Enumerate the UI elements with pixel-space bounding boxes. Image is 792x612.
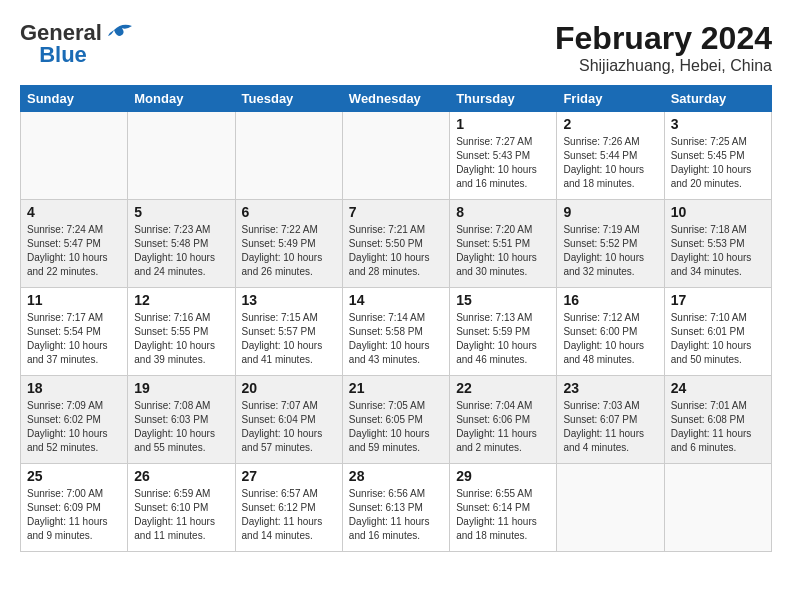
- day-number: 5: [134, 204, 228, 220]
- day-info: Sunrise: 7:20 AM Sunset: 5:51 PM Dayligh…: [456, 223, 550, 279]
- calendar-table: Sunday Monday Tuesday Wednesday Thursday…: [20, 85, 772, 552]
- day-info: Sunrise: 7:09 AM Sunset: 6:02 PM Dayligh…: [27, 399, 121, 455]
- table-row: 10Sunrise: 7:18 AM Sunset: 5:53 PM Dayli…: [664, 200, 771, 288]
- table-row: 23Sunrise: 7:03 AM Sunset: 6:07 PM Dayli…: [557, 376, 664, 464]
- table-row: 21Sunrise: 7:05 AM Sunset: 6:05 PM Dayli…: [342, 376, 449, 464]
- table-row: 29Sunrise: 6:55 AM Sunset: 6:14 PM Dayli…: [450, 464, 557, 552]
- day-number: 19: [134, 380, 228, 396]
- day-info: Sunrise: 7:00 AM Sunset: 6:09 PM Dayligh…: [27, 487, 121, 543]
- day-info: Sunrise: 7:22 AM Sunset: 5:49 PM Dayligh…: [242, 223, 336, 279]
- day-number: 7: [349, 204, 443, 220]
- table-row: 14Sunrise: 7:14 AM Sunset: 5:58 PM Dayli…: [342, 288, 449, 376]
- table-row: 25Sunrise: 7:00 AM Sunset: 6:09 PM Dayli…: [21, 464, 128, 552]
- logo: General G Blue: [20, 20, 134, 68]
- day-info: Sunrise: 7:10 AM Sunset: 6:01 PM Dayligh…: [671, 311, 765, 367]
- col-thursday: Thursday: [450, 86, 557, 112]
- table-row: 6Sunrise: 7:22 AM Sunset: 5:49 PM Daylig…: [235, 200, 342, 288]
- day-number: 25: [27, 468, 121, 484]
- day-number: 3: [671, 116, 765, 132]
- day-number: 9: [563, 204, 657, 220]
- day-number: 8: [456, 204, 550, 220]
- table-row: 24Sunrise: 7:01 AM Sunset: 6:08 PM Dayli…: [664, 376, 771, 464]
- day-number: 14: [349, 292, 443, 308]
- day-info: Sunrise: 7:24 AM Sunset: 5:47 PM Dayligh…: [27, 223, 121, 279]
- table-row: 1Sunrise: 7:27 AM Sunset: 5:43 PM Daylig…: [450, 112, 557, 200]
- day-number: 16: [563, 292, 657, 308]
- month-year-title: February 2024: [555, 20, 772, 57]
- calendar-week-row: 11Sunrise: 7:17 AM Sunset: 5:54 PM Dayli…: [21, 288, 772, 376]
- table-row: [342, 112, 449, 200]
- day-number: 11: [27, 292, 121, 308]
- day-number: 22: [456, 380, 550, 396]
- day-info: Sunrise: 6:56 AM Sunset: 6:13 PM Dayligh…: [349, 487, 443, 543]
- day-number: 23: [563, 380, 657, 396]
- day-number: 18: [27, 380, 121, 396]
- title-block: February 2024 Shijiazhuang, Hebei, China: [555, 20, 772, 75]
- day-number: 20: [242, 380, 336, 396]
- col-monday: Monday: [128, 86, 235, 112]
- day-info: Sunrise: 7:17 AM Sunset: 5:54 PM Dayligh…: [27, 311, 121, 367]
- col-sunday: Sunday: [21, 86, 128, 112]
- day-info: Sunrise: 7:03 AM Sunset: 6:07 PM Dayligh…: [563, 399, 657, 455]
- table-row: 8Sunrise: 7:20 AM Sunset: 5:51 PM Daylig…: [450, 200, 557, 288]
- day-info: Sunrise: 7:19 AM Sunset: 5:52 PM Dayligh…: [563, 223, 657, 279]
- table-row: 22Sunrise: 7:04 AM Sunset: 6:06 PM Dayli…: [450, 376, 557, 464]
- table-row: 26Sunrise: 6:59 AM Sunset: 6:10 PM Dayli…: [128, 464, 235, 552]
- table-row: 17Sunrise: 7:10 AM Sunset: 6:01 PM Dayli…: [664, 288, 771, 376]
- day-info: Sunrise: 7:13 AM Sunset: 5:59 PM Dayligh…: [456, 311, 550, 367]
- day-info: Sunrise: 7:18 AM Sunset: 5:53 PM Dayligh…: [671, 223, 765, 279]
- table-row: [557, 464, 664, 552]
- col-wednesday: Wednesday: [342, 86, 449, 112]
- day-info: Sunrise: 7:05 AM Sunset: 6:05 PM Dayligh…: [349, 399, 443, 455]
- day-info: Sunrise: 7:21 AM Sunset: 5:50 PM Dayligh…: [349, 223, 443, 279]
- table-row: 18Sunrise: 7:09 AM Sunset: 6:02 PM Dayli…: [21, 376, 128, 464]
- day-number: 6: [242, 204, 336, 220]
- day-info: Sunrise: 7:08 AM Sunset: 6:03 PM Dayligh…: [134, 399, 228, 455]
- day-number: 21: [349, 380, 443, 396]
- day-number: 13: [242, 292, 336, 308]
- table-row: 12Sunrise: 7:16 AM Sunset: 5:55 PM Dayli…: [128, 288, 235, 376]
- table-row: [21, 112, 128, 200]
- calendar-week-row: 18Sunrise: 7:09 AM Sunset: 6:02 PM Dayli…: [21, 376, 772, 464]
- col-tuesday: Tuesday: [235, 86, 342, 112]
- day-info: Sunrise: 7:23 AM Sunset: 5:48 PM Dayligh…: [134, 223, 228, 279]
- day-info: Sunrise: 6:57 AM Sunset: 6:12 PM Dayligh…: [242, 487, 336, 543]
- day-number: 10: [671, 204, 765, 220]
- table-row: 2Sunrise: 7:26 AM Sunset: 5:44 PM Daylig…: [557, 112, 664, 200]
- calendar-week-row: 1Sunrise: 7:27 AM Sunset: 5:43 PM Daylig…: [21, 112, 772, 200]
- day-number: 26: [134, 468, 228, 484]
- col-saturday: Saturday: [664, 86, 771, 112]
- table-row: 15Sunrise: 7:13 AM Sunset: 5:59 PM Dayli…: [450, 288, 557, 376]
- table-row: 19Sunrise: 7:08 AM Sunset: 6:03 PM Dayli…: [128, 376, 235, 464]
- location-subtitle: Shijiazhuang, Hebei, China: [555, 57, 772, 75]
- day-number: 1: [456, 116, 550, 132]
- calendar-header-row: Sunday Monday Tuesday Wednesday Thursday…: [21, 86, 772, 112]
- table-row: 16Sunrise: 7:12 AM Sunset: 6:00 PM Dayli…: [557, 288, 664, 376]
- day-info: Sunrise: 7:14 AM Sunset: 5:58 PM Dayligh…: [349, 311, 443, 367]
- table-row: [128, 112, 235, 200]
- table-row: 20Sunrise: 7:07 AM Sunset: 6:04 PM Dayli…: [235, 376, 342, 464]
- day-info: Sunrise: 7:15 AM Sunset: 5:57 PM Dayligh…: [242, 311, 336, 367]
- day-info: Sunrise: 7:04 AM Sunset: 6:06 PM Dayligh…: [456, 399, 550, 455]
- page-header: General G Blue February 2024 Shijiazhuan…: [20, 20, 772, 75]
- day-info: Sunrise: 7:01 AM Sunset: 6:08 PM Dayligh…: [671, 399, 765, 455]
- day-number: 29: [456, 468, 550, 484]
- logo-bird-icon: [104, 22, 134, 44]
- table-row: 5Sunrise: 7:23 AM Sunset: 5:48 PM Daylig…: [128, 200, 235, 288]
- day-info: Sunrise: 7:27 AM Sunset: 5:43 PM Dayligh…: [456, 135, 550, 191]
- day-info: Sunrise: 6:55 AM Sunset: 6:14 PM Dayligh…: [456, 487, 550, 543]
- table-row: 11Sunrise: 7:17 AM Sunset: 5:54 PM Dayli…: [21, 288, 128, 376]
- day-number: 4: [27, 204, 121, 220]
- logo-blue: Blue: [39, 42, 87, 68]
- day-info: Sunrise: 7:26 AM Sunset: 5:44 PM Dayligh…: [563, 135, 657, 191]
- table-row: 3Sunrise: 7:25 AM Sunset: 5:45 PM Daylig…: [664, 112, 771, 200]
- day-number: 27: [242, 468, 336, 484]
- table-row: 9Sunrise: 7:19 AM Sunset: 5:52 PM Daylig…: [557, 200, 664, 288]
- day-info: Sunrise: 7:25 AM Sunset: 5:45 PM Dayligh…: [671, 135, 765, 191]
- table-row: [235, 112, 342, 200]
- table-row: 28Sunrise: 6:56 AM Sunset: 6:13 PM Dayli…: [342, 464, 449, 552]
- day-info: Sunrise: 6:59 AM Sunset: 6:10 PM Dayligh…: [134, 487, 228, 543]
- table-row: [664, 464, 771, 552]
- day-info: Sunrise: 7:16 AM Sunset: 5:55 PM Dayligh…: [134, 311, 228, 367]
- day-info: Sunrise: 7:07 AM Sunset: 6:04 PM Dayligh…: [242, 399, 336, 455]
